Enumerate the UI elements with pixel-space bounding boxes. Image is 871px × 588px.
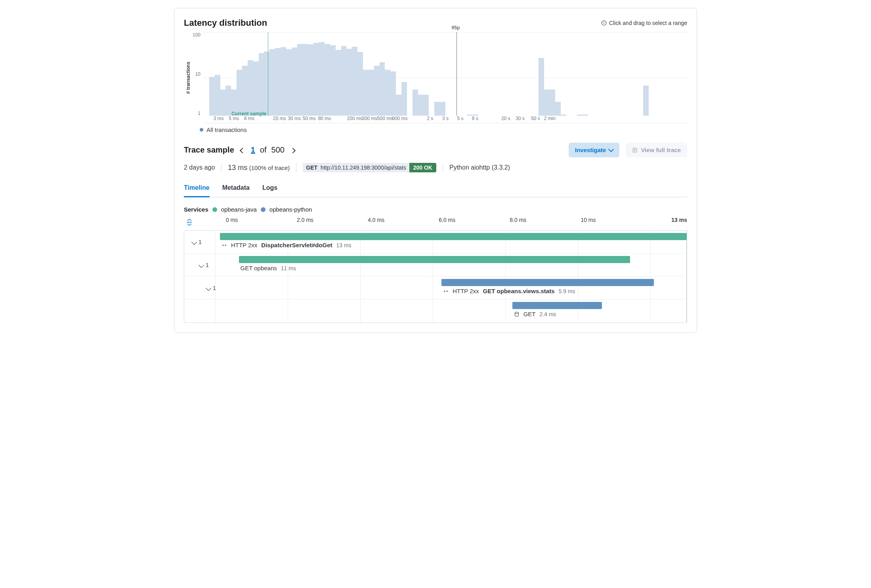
histogram-bar [319, 42, 325, 116]
histogram-bar [303, 44, 308, 116]
service-dot-icon [212, 207, 217, 212]
histogram-bar [259, 53, 264, 116]
view-full-trace-button[interactable]: View full trace [626, 143, 687, 157]
span-duration: 5.9 ms [559, 288, 575, 294]
histogram-bar [297, 44, 303, 116]
svg-rect-1 [604, 23, 604, 24]
histogram-bar [292, 48, 297, 116]
chart-legend: All transactions [200, 126, 687, 133]
agent-label: Python aiohttp (3.3.2) [449, 164, 510, 171]
investigate-button[interactable]: Investigate [569, 143, 619, 157]
p95-label: 95p [452, 25, 460, 31]
histogram-bar [390, 71, 396, 116]
span-name: GET [523, 311, 536, 317]
svg-point-8 [515, 312, 518, 313]
histogram-bar [643, 86, 649, 116]
span-name: GET opbeans [241, 265, 277, 271]
histogram-bar [275, 48, 281, 116]
histogram-bar [325, 44, 330, 116]
span-duration: 2.4 ms [540, 311, 556, 317]
span-bar [220, 233, 687, 240]
histogram-bar [363, 70, 369, 116]
span-name: GET opbeans.views.stats [483, 288, 555, 294]
section-title: Latency distribution [184, 18, 267, 28]
current-sample-number[interactable]: 1 [251, 145, 255, 155]
waterfall-row[interactable]: GET2.4 ms [184, 300, 687, 323]
histogram-bar [248, 60, 253, 116]
histogram-bar [242, 66, 248, 116]
span-name: DispatcherServlet#doGet [261, 242, 332, 248]
expand-toggle[interactable]: 1 [202, 277, 220, 299]
histogram-bar [352, 47, 357, 116]
histogram-bar [418, 95, 424, 116]
histogram-bar [555, 102, 561, 116]
document-icon [632, 147, 638, 153]
apm-panel: Latency distribution Click and drag to s… [174, 8, 697, 333]
histogram-bar [550, 90, 555, 116]
trace-tabs: Timeline Metadata Logs [184, 180, 687, 197]
waterfall-max-tick: 13 ms [671, 217, 687, 223]
histogram-bar [313, 43, 319, 116]
waterfall-row[interactable]: 1GET opbeans11 ms [184, 254, 687, 277]
histogram-bar [209, 77, 215, 116]
tab-timeline[interactable]: Timeline [184, 180, 210, 197]
tab-metadata[interactable]: Metadata [222, 180, 250, 197]
histogram-bar [369, 70, 374, 116]
waterfall-row[interactable]: 1HTTP 2xxDispatcherServlet#doGet13 ms [184, 231, 687, 254]
expand-toggle[interactable]: 1 [188, 231, 206, 253]
histogram-bar [336, 50, 341, 116]
histogram-bar [357, 52, 363, 116]
http-badge: GET http://10.11.249.198:3000/api/stats … [303, 163, 436, 172]
histogram-bar [385, 70, 390, 116]
histogram-bar [434, 102, 440, 116]
histogram-bar [308, 44, 313, 116]
chevron-down-icon [608, 147, 614, 152]
services-legend: Services opbeans-java opbeans-python [184, 206, 687, 213]
histogram-bar [330, 45, 336, 116]
histogram-bar [380, 62, 385, 116]
waterfall-row[interactable]: 1HTTP 2xxGET opbeans.views.stats5.9 ms [184, 277, 687, 300]
span-duration: 13 ms [336, 242, 351, 248]
span-bar [441, 279, 654, 286]
histogram-bar [237, 70, 242, 116]
waterfall: 1HTTP 2xxDispatcherServlet#doGet13 ms1GE… [184, 230, 687, 323]
chart-yticks: 100 10 1 [193, 32, 204, 123]
trace-age: 2 days ago [184, 164, 215, 171]
trace-sample-nav: Trace sample 1 of 500 [184, 144, 296, 156]
histogram-bar [220, 90, 226, 116]
histogram-bar [423, 95, 429, 116]
histogram-bar [374, 66, 380, 116]
histogram-bar [281, 47, 286, 116]
histogram-bar [253, 61, 259, 116]
histogram-bar [215, 75, 220, 116]
histogram-bar [346, 49, 352, 116]
histogram-bar [341, 46, 347, 116]
legend-dot-icon [200, 128, 203, 132]
histogram-bar [539, 58, 544, 116]
span-duration: 11 ms [281, 265, 296, 271]
histogram-bar [401, 82, 407, 116]
trace-duration: 13 ms [228, 164, 247, 172]
latency-histogram[interactable]: # transactions 100 10 1 Current sample 9… [184, 32, 687, 123]
expand-toggle[interactable]: 1 [195, 254, 213, 276]
next-sample-button[interactable] [289, 144, 296, 156]
histogram-bar [440, 102, 445, 116]
prev-sample-button[interactable] [239, 144, 246, 156]
span-bar [239, 256, 630, 263]
info-icon [601, 20, 607, 26]
histogram-bar [544, 90, 550, 116]
histogram-bar [396, 95, 401, 116]
histogram-bar [413, 90, 418, 116]
svg-rect-2 [604, 22, 604, 22]
trace-meta: 2 days ago 13 ms (100% of trace) GET htt… [184, 163, 687, 172]
span-bar [512, 302, 602, 309]
histogram-bar [286, 49, 292, 116]
collapse-all-button[interactable] [184, 219, 195, 226]
drag-hint: Click and drag to select a range [601, 20, 687, 26]
tab-logs[interactable]: Logs [262, 180, 277, 197]
service-dot-icon [261, 207, 266, 212]
histogram-bar [269, 49, 275, 116]
chart-ylabel: # transactions [184, 32, 193, 123]
histogram-bar [264, 52, 269, 116]
